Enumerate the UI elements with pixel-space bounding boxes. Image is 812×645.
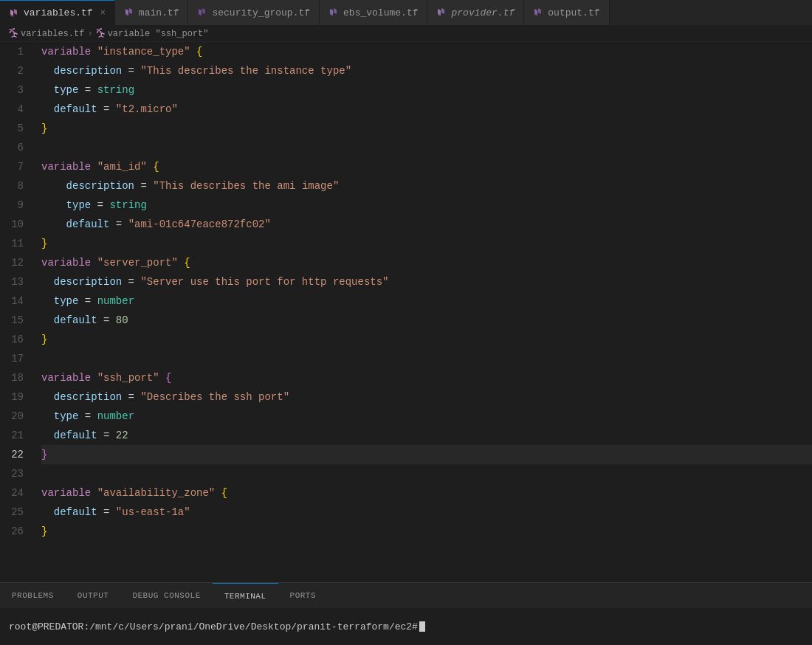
breadcrumb: ⶖ variables.tf › ⶖ variable "ssh_port" xyxy=(0,26,812,42)
panel-tab-terminal[interactable]: TERMINAL xyxy=(213,583,278,608)
code-line-1: variable "instance_type" { xyxy=(41,42,812,61)
line-number-9: 9 xyxy=(0,196,30,215)
code-line-14: type = number xyxy=(41,292,812,311)
code-line-7: variable "ami_id" { xyxy=(41,157,812,176)
code-line-21: default = 22 xyxy=(41,426,812,445)
code-line-9: type = string xyxy=(41,196,812,215)
tab-close-icon[interactable]: × xyxy=(100,9,106,18)
panel-tabs: PROBLEMSOUTPUTDEBUG CONSOLETERMINALPORTS xyxy=(0,582,812,608)
line-number-5: 5 xyxy=(0,119,30,138)
terraform-icon xyxy=(197,7,207,18)
code-line-25: default = "us-east-1a" xyxy=(41,503,812,522)
code-line-5: } xyxy=(41,119,812,138)
line-number-3: 3 xyxy=(0,80,30,100)
code-line-6 xyxy=(41,138,812,157)
line-number-11: 11 xyxy=(0,234,30,253)
line-number-4: 4 xyxy=(0,100,30,119)
tab-ebs_volume[interactable]: ebs_volume.tf xyxy=(320,0,427,25)
line-number-8: 8 xyxy=(0,176,30,196)
line-number-22: 22 xyxy=(0,445,30,464)
line-number-10: 10 xyxy=(0,215,30,234)
svg-marker-4 xyxy=(129,8,132,14)
line-number-16: 16 xyxy=(0,330,30,349)
code-line-23 xyxy=(41,464,812,483)
line-number-18: 18 xyxy=(0,368,30,387)
panel-tab-ports[interactable]: PORTS xyxy=(278,583,328,608)
code-line-26: } xyxy=(41,522,812,541)
tab-provider[interactable]: provider.tf xyxy=(427,0,524,25)
terraform-icon xyxy=(328,7,339,18)
line-number-24: 24 xyxy=(0,483,30,503)
line-number-19: 19 xyxy=(0,387,30,407)
panel-tab-debug_console[interactable]: DEBUG CONSOLE xyxy=(120,583,212,608)
line-number-21: 21 xyxy=(0,426,30,445)
line-numbers: 1234567891011121314151617181920212223242… xyxy=(0,42,35,582)
code-line-22: } xyxy=(41,445,812,464)
terraform-icon xyxy=(533,7,543,18)
tab-bar: variables.tf×main.tfsecurity_group.tfebs… xyxy=(0,0,812,26)
tab-label: provider.tf xyxy=(451,7,515,18)
terraform-icon xyxy=(124,7,134,18)
code-line-16: } xyxy=(41,330,812,349)
breadcrumb-file: variables.tf xyxy=(21,29,84,39)
terminal-area[interactable]: root@PREDATOR:/mnt/c/Users/prani/OneDriv… xyxy=(0,608,812,645)
code-line-12: variable "server_port" { xyxy=(41,253,812,272)
tab-main[interactable]: main.tf xyxy=(115,0,189,25)
code-line-13: description = "Server use this port for … xyxy=(41,272,812,292)
bottom-panel: PROBLEMSOUTPUTDEBUG CONSOLETERMINALPORTS… xyxy=(0,582,812,645)
line-number-1: 1 xyxy=(0,42,30,61)
line-number-25: 25 xyxy=(0,503,30,522)
terminal-prompt: root@PREDATOR:/mnt/c/Users/prani/OneDriv… xyxy=(9,621,418,632)
terminal-cursor xyxy=(419,621,425,632)
code-line-18: variable "ssh_port" { xyxy=(41,368,812,387)
code-line-20: type = number xyxy=(41,407,812,426)
panel-tab-output[interactable]: OUTPUT xyxy=(66,583,121,608)
breadcrumb-icon2: ⶖ xyxy=(96,28,105,39)
breadcrumb-icon: ⶖ xyxy=(9,28,18,39)
tab-security_group[interactable]: security_group.tf xyxy=(188,0,320,25)
line-number-6: 6 xyxy=(0,138,30,157)
code-line-2: description = "This describes the instan… xyxy=(41,61,812,80)
svg-marker-10 xyxy=(334,8,337,14)
breadcrumb-separator: › xyxy=(87,29,92,39)
code-line-17 xyxy=(41,349,812,368)
code-line-24: variable "availability_zone" { xyxy=(41,483,812,503)
code-line-8: description = "This describes the ami im… xyxy=(41,176,812,196)
tab-label: output.tf xyxy=(548,7,599,18)
line-number-2: 2 xyxy=(0,61,30,80)
terraform-icon xyxy=(9,8,19,18)
editor-area: 1234567891011121314151617181920212223242… xyxy=(0,42,812,582)
code-line-4: default = "t2.micro" xyxy=(41,100,812,119)
panel-tab-problems[interactable]: PROBLEMS xyxy=(0,583,66,608)
code-line-3: type = string xyxy=(41,80,812,100)
code-line-10: default = "ami-01c647eace872fc02" xyxy=(41,215,812,234)
code-line-15: default = 80 xyxy=(41,311,812,330)
line-number-13: 13 xyxy=(0,272,30,292)
svg-marker-13 xyxy=(441,8,444,14)
line-number-23: 23 xyxy=(0,464,30,483)
tab-label: ebs_volume.tf xyxy=(343,7,418,18)
svg-marker-16 xyxy=(538,8,541,14)
line-number-14: 14 xyxy=(0,292,30,311)
line-number-15: 15 xyxy=(0,311,30,330)
line-number-26: 26 xyxy=(0,522,30,541)
line-number-12: 12 xyxy=(0,253,30,272)
tab-output[interactable]: output.tf xyxy=(524,0,609,25)
tab-label: main.tf xyxy=(139,7,179,18)
tab-label: variables.tf xyxy=(24,7,93,18)
breadcrumb-symbol: variable "ssh_port" xyxy=(108,29,209,39)
code-area[interactable]: variable "instance_type" { description =… xyxy=(35,42,812,582)
terraform-icon xyxy=(436,7,447,18)
tab-label: security_group.tf xyxy=(212,7,310,18)
svg-marker-7 xyxy=(202,8,205,14)
line-number-7: 7 xyxy=(0,157,30,176)
code-line-11: } xyxy=(41,234,812,253)
tab-variables[interactable]: variables.tf× xyxy=(0,0,115,25)
code-line-19: description = "Describes the ssh port" xyxy=(41,387,812,407)
svg-marker-1 xyxy=(14,9,17,15)
line-number-17: 17 xyxy=(0,349,30,368)
line-number-20: 20 xyxy=(0,407,30,426)
